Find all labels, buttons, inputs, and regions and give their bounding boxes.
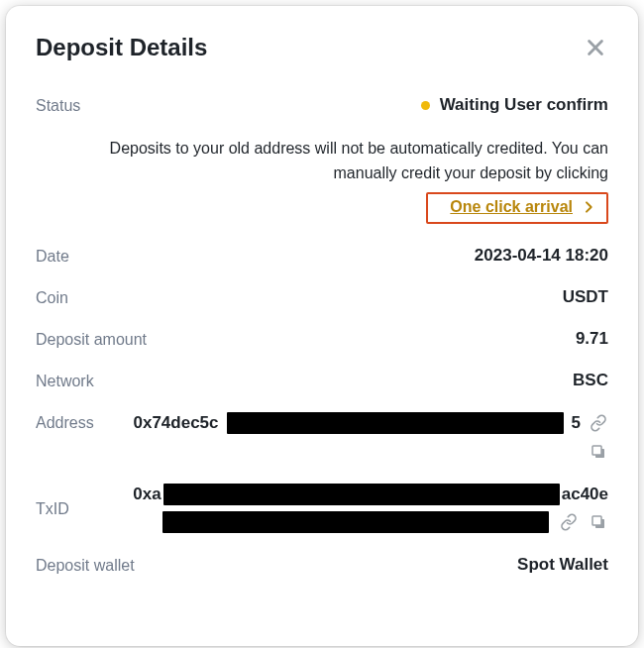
svg-rect-3 [592,446,601,455]
status-text: Waiting User confirm [440,95,608,115]
status-dot-icon [421,101,430,110]
one-click-arrival-link[interactable]: One click arrival [450,198,573,216]
coin-value: USDT [88,287,608,307]
one-click-arrival-highlight: One click arrival [426,192,608,224]
date-value: 2023-04-14 18:20 [89,246,608,266]
txid-prefix: 0xa [133,485,161,504]
deposit-amount-label: Deposit amount [36,329,147,349]
close-icon [585,37,606,58]
address-redacted [227,412,564,434]
modal-title: Deposit Details [36,34,207,61]
coin-label: Coin [36,287,68,307]
txid-label: TxID [36,498,69,518]
txid-redacted [163,484,560,505]
chevron-right-icon [581,199,596,215]
network-value: BSC [114,371,608,390]
date-label: Date [36,246,69,266]
deposit-wallet-label: Deposit wallet [36,555,135,575]
network-label: Network [36,371,94,390]
deposit-details-modal: Deposit Details Status Waiting User conf… [6,6,638,646]
copy-icon [590,443,607,461]
notice-text: Deposits to your old address will not be… [36,137,608,186]
address-copy-button[interactable] [589,442,608,462]
address-prefix: 0x74dec5c [134,413,219,433]
link-icon [590,414,607,432]
deposit-wallet-value: Spot Wallet [155,555,608,575]
status-value: Waiting User confirm [100,95,608,115]
close-button[interactable] [583,35,608,60]
address-link-button[interactable] [589,413,608,433]
svg-rect-5 [592,516,601,525]
link-icon [560,513,578,531]
address-suffix: 5 [572,413,581,433]
txid-copy-button[interactable] [589,512,608,532]
txid-link-button[interactable] [559,512,579,532]
txid-suffix: ac40e [562,485,608,504]
deposit-amount-value: 9.71 [166,329,608,349]
address-label: Address [36,412,94,432]
txid-redacted-2 [162,511,549,533]
copy-icon [590,513,607,531]
status-label: Status [36,95,80,115]
